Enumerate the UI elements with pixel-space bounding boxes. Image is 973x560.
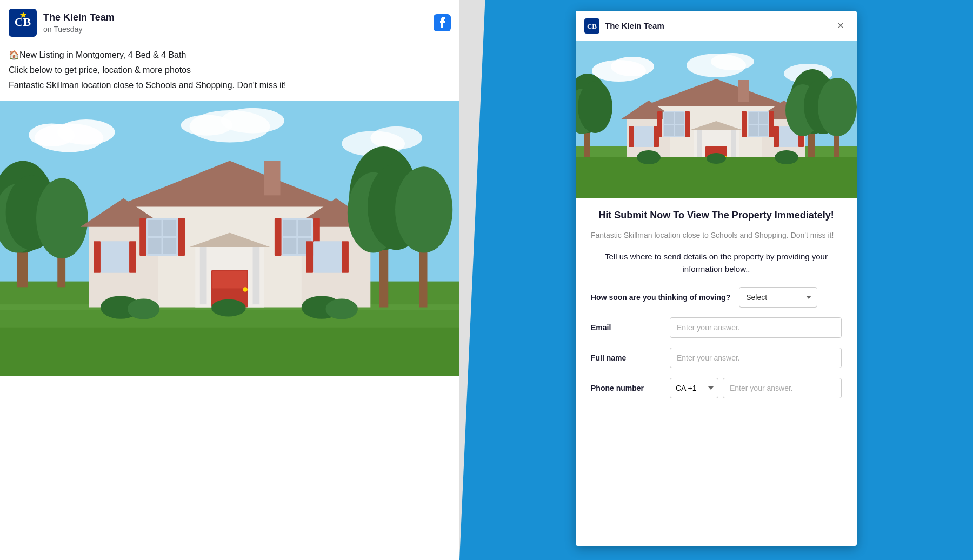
post-line-1: 🏠New Listing in Montgomery, 4 Bed & 4 Ba… (9, 49, 451, 62)
svg-rect-94 (685, 111, 690, 137)
svg-rect-33 (139, 218, 146, 256)
svg-rect-97 (759, 112, 768, 124)
facebook-icon[interactable] (434, 14, 451, 31)
modal-instruction: Tell us where to send details on the pro… (591, 251, 842, 275)
svg-point-64 (128, 299, 160, 319)
svg-text:CB: CB (15, 15, 31, 29)
svg-point-67 (211, 299, 246, 317)
svg-rect-100 (742, 111, 747, 137)
svg-rect-110 (654, 126, 659, 147)
svg-rect-89 (664, 112, 674, 124)
svg-rect-34 (178, 218, 185, 256)
svg-rect-29 (148, 220, 161, 236)
svg-rect-108 (634, 126, 654, 147)
phone-country-select[interactable]: CA +1 US +1 UK +44 (670, 378, 718, 398)
svg-rect-30 (163, 220, 176, 236)
svg-rect-27 (264, 161, 281, 196)
moving-label: How soon are you thinking of moving? (591, 293, 730, 302)
modal-description: Fantastic Skillman location close to Sch… (591, 230, 842, 241)
svg-point-122 (775, 150, 798, 164)
svg-rect-37 (298, 220, 311, 236)
coldwell-banker-logo: CB (9, 9, 37, 37)
modal-property-image (576, 41, 857, 198)
phone-input-group: CA +1 US +1 UK +44 (670, 378, 842, 398)
fullname-row: Full name (591, 348, 842, 368)
right-panel-blue: CB The Klein Team × (459, 0, 973, 560)
svg-rect-112 (774, 126, 779, 147)
post-header-left: CB The Klein Team on Tuesday (9, 9, 115, 37)
svg-point-121 (637, 150, 661, 164)
modal-header: CB The Klein Team × (576, 11, 857, 41)
email-input[interactable] (670, 317, 842, 338)
lead-capture-modal: CB The Klein Team × (576, 11, 857, 546)
modal-cb-logo: CB (584, 18, 599, 34)
svg-rect-99 (759, 125, 768, 136)
svg-rect-109 (629, 126, 634, 147)
svg-point-9 (221, 108, 284, 134)
svg-point-7 (29, 124, 75, 147)
svg-point-48 (243, 287, 248, 292)
post-day: on Tuesday (43, 25, 115, 34)
property-image-main: Get price, location & more photos Learn … (0, 101, 459, 376)
svg-rect-91 (664, 125, 674, 136)
svg-rect-32 (163, 238, 176, 254)
svg-rect-53 (306, 241, 313, 272)
brand-name: The Klein Team (43, 12, 115, 24)
svg-rect-83 (738, 80, 749, 102)
svg-rect-38 (283, 238, 296, 254)
modal-header-left: CB The Klein Team (584, 18, 664, 34)
facebook-post-panel: CB The Klein Team on Tuesday 🏠New Listin… (0, 0, 459, 560)
post-title-block: The Klein Team on Tuesday (43, 12, 115, 34)
svg-rect-98 (749, 125, 758, 136)
svg-point-12 (370, 126, 422, 150)
svg-rect-51 (129, 241, 136, 272)
svg-rect-36 (283, 220, 296, 236)
post-line-3: Fantastic Skillman location close to Sch… (9, 79, 451, 92)
svg-rect-44 (253, 244, 260, 305)
moving-row: How soon are you thinking of moving? Sel… (591, 287, 842, 308)
svg-point-60 (395, 166, 452, 252)
modal-brand-name: The Klein Team (605, 21, 664, 30)
phone-input[interactable] (723, 378, 842, 398)
svg-rect-47 (212, 271, 247, 289)
svg-rect-101 (769, 111, 774, 137)
email-label: Email (591, 323, 661, 332)
fullname-label: Full name (591, 354, 661, 362)
svg-rect-96 (749, 112, 758, 124)
svg-point-80 (578, 81, 612, 133)
svg-rect-31 (148, 238, 161, 254)
svg-rect-54 (342, 241, 349, 272)
svg-point-66 (325, 299, 358, 319)
svg-rect-52 (313, 241, 342, 272)
post-line-2: Click below to get price, location & mor… (9, 64, 451, 77)
svg-rect-92 (675, 125, 684, 136)
phone-row: Phone number CA +1 US +1 UK +44 (591, 378, 842, 398)
svg-point-119 (818, 78, 857, 136)
svg-point-10 (181, 115, 233, 136)
modal-body: Hit Submit Now To View The Property Imme… (576, 198, 857, 546)
moving-select[interactable]: Select Within 3 months 3-6 months 6-12 m… (739, 287, 817, 308)
svg-text:CB: CB (587, 22, 597, 30)
email-row: Email (591, 317, 842, 338)
post-header: CB The Klein Team on Tuesday (0, 0, 459, 43)
phone-label: Phone number (591, 384, 661, 392)
modal-close-button[interactable]: × (833, 17, 848, 34)
svg-rect-90 (675, 112, 684, 124)
svg-point-20 (36, 178, 88, 258)
post-body: 🏠New Listing in Montgomery, 4 Bed & 4 Ba… (0, 43, 459, 101)
svg-rect-49 (101, 241, 129, 272)
svg-rect-40 (275, 218, 282, 256)
svg-point-123 (707, 153, 726, 164)
modal-headline: Hit Submit Now To View The Property Imme… (591, 209, 842, 222)
svg-point-74 (711, 53, 754, 70)
svg-rect-43 (200, 244, 207, 305)
svg-point-72 (611, 57, 654, 76)
svg-rect-50 (94, 241, 101, 272)
fullname-input[interactable] (670, 348, 842, 368)
